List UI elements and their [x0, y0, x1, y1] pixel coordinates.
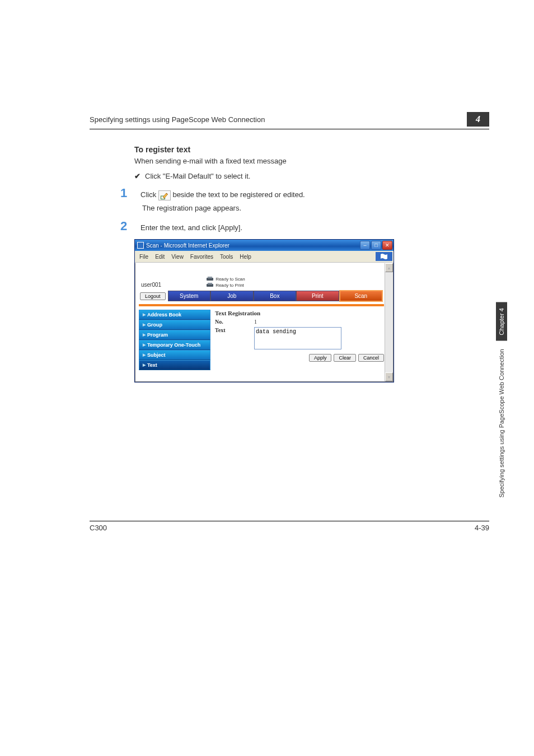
- check-text: Click "E-Mail Default" to select it.: [145, 172, 250, 180]
- content-panel: Text Registration No. 1 Text Apply Clear: [215, 310, 384, 370]
- clear-button[interactable]: Clear: [334, 354, 356, 362]
- sidebar-item-label: Program: [147, 332, 168, 338]
- menu-tools[interactable]: Tools: [217, 254, 236, 260]
- side-tab-chapter: Chapter 4: [496, 302, 507, 340]
- sidebar-item-label: Subject: [147, 352, 166, 358]
- step-1-text-a: Click: [140, 190, 158, 199]
- footer-right: 4-39: [475, 524, 489, 532]
- tab-print[interactable]: Print: [296, 291, 339, 301]
- section-heading: To register text: [90, 145, 489, 154]
- page-header-text: Specifying settings using PageScope Web …: [90, 115, 265, 124]
- sidebar-item-label: Text: [147, 362, 157, 368]
- status-print: Ready to Print: [216, 283, 244, 288]
- menu-help[interactable]: Help: [236, 254, 255, 260]
- panel-title: Text Registration: [215, 310, 384, 316]
- browser-menubar: File Edit View Favorites Tools Help: [135, 251, 394, 263]
- menu-favorites[interactable]: Favorites: [187, 254, 217, 260]
- text-label: Text: [215, 327, 254, 351]
- chevron-right-icon: ▶: [143, 363, 146, 367]
- logged-in-user: user001: [141, 282, 161, 288]
- browser-titlebar: Scan - Microsoft Internet Explorer – □ ✕: [135, 240, 394, 251]
- maximize-button[interactable]: □: [371, 241, 381, 250]
- tab-job[interactable]: Job: [210, 291, 254, 301]
- browser-window: Scan - Microsoft Internet Explorer – □ ✕…: [134, 239, 394, 382]
- tab-system[interactable]: System: [168, 291, 211, 301]
- sidebar-item-label: Temporary One-Touch: [147, 342, 200, 348]
- ie-icon: [137, 242, 144, 249]
- svg-rect-2: [208, 277, 212, 278]
- accent-bar: [139, 304, 384, 306]
- windows-logo-icon: [376, 252, 392, 261]
- side-tab-title: Specifying settings using PageScope Web …: [496, 343, 507, 503]
- scroll-up-icon[interactable]: ▲: [385, 263, 393, 272]
- tab-scan[interactable]: Scan: [339, 290, 383, 302]
- sidebar-item-group[interactable]: ▶Group: [139, 320, 210, 330]
- printer-icon: [206, 282, 214, 288]
- check-icon: ✔: [134, 172, 140, 180]
- chapter-badge: 4: [467, 112, 489, 127]
- sidebar: ▶Address Book ▶Group ▶Program ▶Temporary…: [139, 310, 210, 370]
- status-scan: Ready to Scan: [216, 277, 245, 282]
- intro-text: When sending e-mail with a fixed text me…: [90, 156, 489, 166]
- window-title: Scan - Microsoft Internet Explorer: [146, 242, 229, 249]
- chevron-right-icon: ▶: [143, 312, 146, 317]
- step-1-number: 1: [120, 186, 132, 200]
- chevron-right-icon: ▶: [143, 353, 146, 357]
- sidebar-item-label: Group: [147, 322, 162, 328]
- menu-view[interactable]: View: [168, 254, 187, 260]
- chevron-right-icon: ▶: [143, 343, 146, 347]
- cancel-button[interactable]: Cancel: [358, 354, 384, 362]
- scroll-down-icon[interactable]: ▼: [385, 372, 393, 381]
- edit-icon: [158, 190, 171, 200]
- chevron-right-icon: ▶: [143, 323, 146, 327]
- scrollbar-vertical[interactable]: ▲ ▼: [385, 263, 393, 381]
- apply-button[interactable]: Apply: [309, 354, 332, 362]
- sidebar-item-address-book[interactable]: ▶Address Book: [139, 310, 210, 320]
- logout-button[interactable]: Logout: [140, 292, 166, 300]
- sidebar-item-temporary-one-touch[interactable]: ▶Temporary One-Touch: [139, 340, 210, 350]
- step-2-text: Enter the text, and click [Apply].: [140, 219, 242, 234]
- footer-left: C300: [90, 524, 107, 532]
- step-2-number: 2: [120, 219, 132, 234]
- text-input[interactable]: [254, 327, 341, 349]
- chevron-right-icon: ▶: [143, 333, 146, 337]
- svg-rect-4: [208, 283, 212, 284]
- menu-file[interactable]: File: [136, 254, 152, 260]
- close-button[interactable]: ✕: [382, 241, 392, 250]
- tab-box[interactable]: Box: [254, 291, 297, 301]
- no-value: 1: [254, 319, 384, 325]
- no-label: No.: [215, 319, 254, 325]
- sidebar-item-subject[interactable]: ▶Subject: [139, 350, 210, 360]
- step-1-text-b: beside the text to be registered or edit…: [172, 190, 305, 199]
- scanner-icon: [206, 276, 214, 282]
- menu-edit[interactable]: Edit: [152, 254, 168, 260]
- minimize-button[interactable]: –: [360, 241, 370, 250]
- sidebar-item-text[interactable]: ▶Text: [139, 360, 210, 370]
- sidebar-item-label: Address Book: [147, 312, 181, 318]
- step-1-sub: The registration page appears.: [90, 204, 489, 212]
- sidebar-item-program[interactable]: ▶Program: [139, 330, 210, 340]
